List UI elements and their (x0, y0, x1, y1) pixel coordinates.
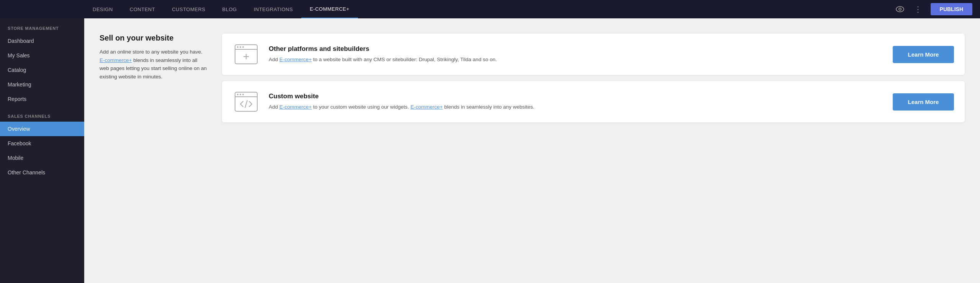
more-options-icon[interactable]: ⋮ (912, 3, 924, 15)
nav-content[interactable]: CONTENT (121, 0, 163, 18)
sell-desc: Add an online store to any website you h… (100, 48, 207, 81)
nav-right: ⋮ PUBLISH (894, 3, 980, 15)
svg-point-12 (240, 94, 241, 95)
sidebar-item-catalog[interactable]: Catalog (0, 63, 84, 77)
svg-point-6 (242, 46, 244, 48)
sidebar-item-my-sales[interactable]: My Sales (0, 48, 84, 63)
code-browser-icon (233, 90, 260, 113)
sales-channels-label: Sales channels (0, 106, 84, 122)
sell-title: Sell on your website (100, 34, 207, 42)
card-custom-website-desc: Add E-commerce+ to your custom website u… (269, 103, 884, 111)
sidebar-item-dashboard[interactable]: Dashboard (0, 34, 84, 48)
card-other-platforms-title: Other platforms and sitebuilders (269, 45, 884, 53)
sidebar-item-marketing[interactable]: Marketing (0, 77, 84, 92)
top-nav: DESIGN CONTENT CUSTOMERS BLOG INTEGRATIO… (0, 0, 980, 18)
sidebar-item-facebook[interactable]: Facebook (0, 136, 84, 151)
svg-point-1 (899, 8, 901, 10)
learn-more-custom-website-button[interactable]: Learn More (893, 93, 954, 111)
nav-blog[interactable]: BLOG (214, 0, 245, 18)
sell-section: Sell on your website Add an online store… (100, 34, 965, 122)
svg-point-13 (242, 94, 244, 95)
sidebar: Store management Dashboard My Sales Cata… (0, 18, 84, 283)
card-custom-website-link1[interactable]: E-commerce+ (279, 104, 312, 110)
nav-links: DESIGN CONTENT CUSTOMERS BLOG INTEGRATIO… (84, 0, 358, 18)
publish-button[interactable]: PUBLISH (931, 3, 972, 15)
svg-point-4 (237, 46, 238, 48)
nav-ecommerce[interactable]: E-COMMERCE+ (301, 0, 358, 18)
sidebar-item-reports[interactable]: Reports (0, 92, 84, 106)
svg-line-14 (245, 100, 247, 108)
main-content: Sell on your website Add an online store… (84, 18, 980, 283)
sidebar-item-mobile[interactable]: Mobile (0, 151, 84, 165)
store-management-label: Store management (0, 18, 84, 34)
sidebar-item-overview[interactable]: Overview (0, 122, 84, 136)
nav-customers[interactable]: CUSTOMERS (163, 0, 214, 18)
card-other-platforms: Other platforms and sitebuilders Add E-c… (222, 34, 965, 75)
learn-more-other-platforms-button[interactable]: Learn More (893, 46, 954, 63)
sell-desc-link[interactable]: E-commerce+ (100, 57, 132, 63)
sell-intro: Sell on your website Add an online store… (100, 34, 207, 81)
cards-column: Other platforms and sitebuilders Add E-c… (222, 34, 965, 122)
card-other-platforms-body: Other platforms and sitebuilders Add E-c… (269, 45, 884, 63)
svg-point-11 (237, 94, 238, 95)
svg-point-5 (240, 46, 241, 48)
card-custom-website-link2[interactable]: E-commerce+ (410, 104, 443, 110)
svg-point-0 (896, 7, 904, 12)
card-custom-website-body: Custom website Add E-commerce+ to your c… (269, 93, 884, 111)
card-other-platforms-desc: Add E-commerce+ to a website built with … (269, 56, 884, 63)
sidebar-item-other-channels[interactable]: Other Channels (0, 165, 84, 180)
nav-integrations[interactable]: INTEGRATIONS (245, 0, 302, 18)
card-custom-website: Custom website Add E-commerce+ to your c… (222, 81, 965, 122)
card-other-platforms-link[interactable]: E-commerce+ (279, 57, 312, 62)
card-custom-website-title: Custom website (269, 93, 884, 100)
main-layout: Store management Dashboard My Sales Cata… (0, 18, 980, 283)
browser-plus-icon (233, 43, 260, 66)
svg-rect-9 (235, 92, 257, 111)
nav-design[interactable]: DESIGN (84, 0, 121, 18)
preview-icon[interactable] (894, 3, 906, 15)
